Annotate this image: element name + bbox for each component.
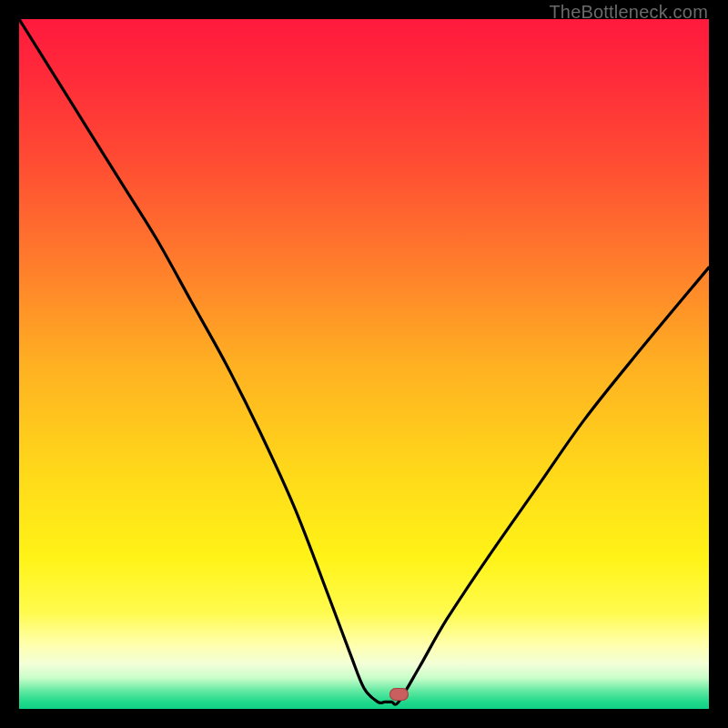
bottleneck-curve xyxy=(19,19,709,709)
optimal-point-marker xyxy=(389,688,409,701)
watermark-text: TheBottleneck.com xyxy=(549,2,708,23)
plot-area xyxy=(19,19,709,709)
chart-frame: TheBottleneck.com xyxy=(0,0,728,728)
